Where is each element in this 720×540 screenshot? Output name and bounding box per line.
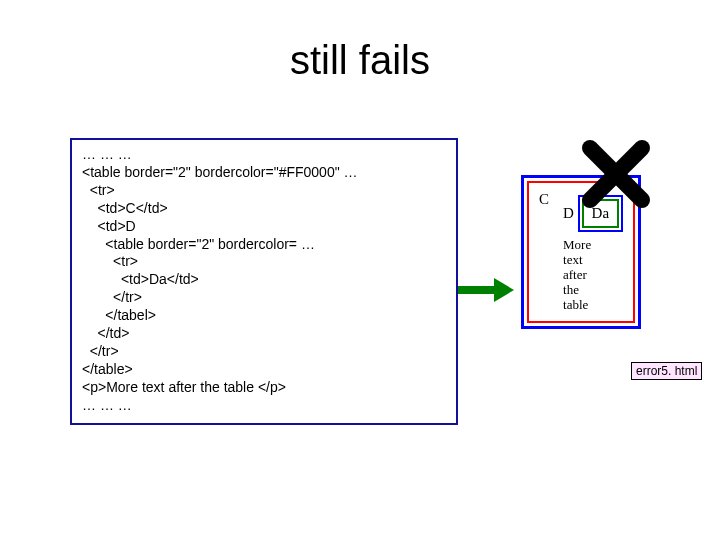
code-line: </tr> bbox=[82, 343, 119, 359]
slide: still fails … … … <table border="2" bord… bbox=[0, 0, 720, 540]
code-line: </tabel> bbox=[82, 307, 156, 323]
filename-label: error5. html bbox=[631, 362, 702, 380]
cell-c: C bbox=[533, 187, 555, 317]
code-line: … … … bbox=[82, 146, 132, 162]
code-line: </table> bbox=[82, 361, 133, 377]
svg-marker-1 bbox=[494, 278, 514, 302]
code-line: <tr> bbox=[82, 253, 138, 269]
code-listing: … … … <table border="2" bordercolor="#FF… bbox=[70, 138, 458, 425]
cross-icon bbox=[580, 138, 652, 210]
code-line: <td>C</td> bbox=[82, 200, 168, 216]
arrow-icon bbox=[458, 278, 514, 306]
code-line: </td> bbox=[82, 325, 129, 341]
more-text: More text after the table bbox=[563, 238, 605, 313]
cell-d-label: D bbox=[563, 205, 574, 221]
code-line: <table border="2" bordercolor="#FF0000" … bbox=[82, 164, 358, 180]
code-line: … … … bbox=[82, 397, 132, 413]
code-line: <td>Da</td> bbox=[82, 271, 199, 287]
code-line: <td>D bbox=[82, 218, 136, 234]
code-line: <table border="2" bordercolor= … bbox=[82, 236, 315, 252]
code-line: <p>More text after the table </p> bbox=[82, 379, 286, 395]
code-line: <tr> bbox=[82, 182, 115, 198]
slide-title: still fails bbox=[0, 38, 720, 83]
code-line: </tr> bbox=[82, 289, 142, 305]
svg-rect-0 bbox=[458, 286, 494, 294]
